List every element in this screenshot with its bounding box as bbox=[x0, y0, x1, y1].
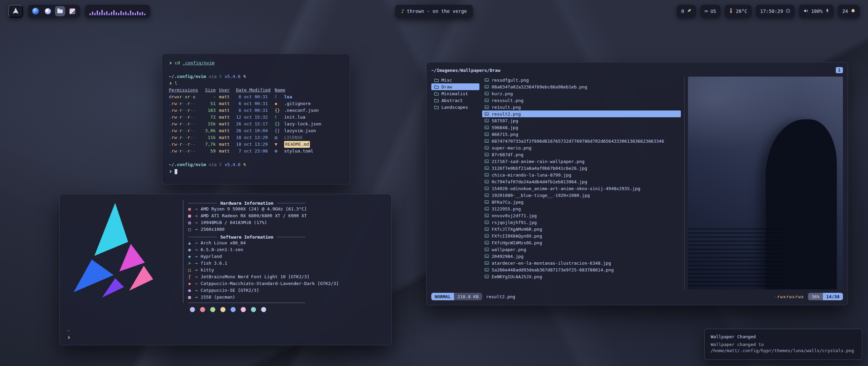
ls-column-header: User bbox=[219, 87, 233, 94]
fetch-info: Hardware Information ▣→AMD Ryzen 9 5900X… bbox=[183, 200, 387, 312]
file-row[interactable]: 154928-odinokoe_anime-art-anime-okno-sin… bbox=[482, 185, 681, 192]
file-permissions: -rwxrwxrwx bbox=[774, 294, 804, 299]
volume-widget[interactable]: 100% bbox=[799, 5, 834, 18]
file-name: 596848.jpg bbox=[492, 125, 518, 130]
paint-icon[interactable] bbox=[67, 6, 77, 16]
notifications-widget[interactable]: 24 bbox=[838, 5, 860, 18]
file-row[interactable]: FXfcHgcWIAMzs0G.png bbox=[482, 239, 681, 246]
fetch-line: ≻→fish 3.6.1 bbox=[188, 261, 387, 267]
notification-popup[interactable]: Wallpaper Changed Wallpaper changed to /… bbox=[704, 329, 862, 360]
file-row[interactable]: 19201080-__blue-tinge__-1920×1080.jpg bbox=[482, 192, 681, 199]
fetch-value: Catppuccin-Macchiato-Standard-Lavender-D… bbox=[201, 281, 339, 286]
tab-badge[interactable]: 1 bbox=[836, 67, 843, 73]
fetch-terminal-window[interactable]: Hardware Information ▣→AMD Ryzen 9 5900X… bbox=[59, 194, 392, 345]
media-player-widget[interactable]: ♪ thrown - on the verge bbox=[395, 5, 473, 18]
file-name: result2.png bbox=[492, 111, 521, 117]
file-size-badge: 218.8 KB bbox=[454, 293, 482, 300]
file-size: 72 bbox=[202, 114, 216, 121]
file-row[interactable]: chica-mirando-la-luna-8799.jpg bbox=[482, 171, 681, 178]
sidebar-folder[interactable]: Minimalist bbox=[431, 90, 479, 97]
file-name: stylua.toml bbox=[284, 148, 313, 155]
folder-name: Landscapes bbox=[441, 105, 468, 110]
sidebar-folder[interactable]: Draw bbox=[431, 83, 479, 90]
file-row[interactable]: 87r687df.png bbox=[482, 151, 681, 158]
file-row[interactable]: 3126f7e9bbf21a8a4af0b67b041c6e26.jpg bbox=[482, 165, 681, 171]
file-row[interactable]: 0c794faf07de24a4db4d4fb1eb813964.jpg bbox=[482, 178, 681, 185]
file-row[interactable]: nnvuv0xj2df71.jpg bbox=[482, 212, 681, 219]
command-line: l bbox=[169, 80, 343, 87]
file-row[interactable]: kurz.png bbox=[482, 90, 681, 97]
file-row[interactable]: EeNKYgIUcAAJ5JX.png bbox=[482, 273, 681, 280]
permissions: .rw-r--r-- bbox=[169, 141, 199, 148]
launcher-button[interactable] bbox=[8, 5, 23, 18]
file-name: 866715.png bbox=[492, 132, 518, 137]
file-list-pane: ressdfgult.png08a634fa02a32364f69ebc86a9… bbox=[482, 77, 681, 289]
image-file-icon bbox=[485, 274, 489, 279]
shell-icon: ≻ bbox=[188, 261, 195, 266]
terminal-window[interactable]: cd .config/nvim ~/.config/nvim via ☾ v5.… bbox=[162, 54, 350, 184]
file-owner: matt bbox=[219, 94, 233, 100]
statusbar-left bbox=[8, 5, 150, 18]
date-modified: 26 oct 15:17 bbox=[236, 121, 271, 127]
moon-icon: ☾ bbox=[219, 162, 222, 167]
font-icon: ƒ bbox=[188, 274, 195, 279]
bell-icon bbox=[851, 8, 855, 14]
gpu-icon: ▦ bbox=[188, 213, 195, 218]
file-row[interactable]: super-mario.png bbox=[482, 144, 681, 151]
color-palette bbox=[190, 307, 387, 312]
wm-icon: ◈ bbox=[188, 254, 195, 259]
browser-icon[interactable] bbox=[31, 6, 41, 16]
file-row[interactable]: 217167-sad-anime-rain-wallpaper.png bbox=[482, 158, 681, 165]
permissions: drwxr-xr-x bbox=[169, 94, 199, 100]
visualizer-bar bbox=[144, 14, 145, 15]
keyboard-layout-widget[interactable]: ⌨ US bbox=[700, 5, 721, 18]
folder-icon bbox=[434, 85, 439, 89]
file-row[interactable]: rsjqojlmjhf91.jpg bbox=[482, 219, 681, 226]
folder-icon bbox=[434, 105, 439, 109]
file-row[interactable]: 5a266e448add93deab367d87173e9f25-6837886… bbox=[482, 266, 681, 273]
workspace-dock bbox=[28, 5, 80, 18]
file-row[interactable]: 20492984.jpg bbox=[482, 253, 681, 260]
file-row[interactable]: 08a634fa02a32364f69ebc86a98eb1eb.png bbox=[482, 83, 681, 90]
file-row[interactable]: 587597.jpg bbox=[482, 117, 681, 124]
fetch-line: ▥→10948MiB / 64183MiB (17%) bbox=[188, 220, 387, 227]
file-row[interactable]: ressdfgult.png bbox=[482, 77, 681, 83]
updates-widget[interactable]: 0 bbox=[677, 5, 696, 18]
file-manager-header: ~/Imagenes/Wallpapers/Draw 1 bbox=[431, 66, 843, 74]
file-row[interactable]: FXfcII0X0AQyn9X.png bbox=[482, 232, 681, 239]
file-row[interactable]: 68747470733a2f2f696d616765732d7769786d70… bbox=[482, 138, 681, 144]
file-row[interactable]: FXfcJlTXgAMvH6R.png bbox=[482, 226, 681, 232]
file-name: atardecer-en-la-montanas-ilustracion-634… bbox=[492, 261, 611, 266]
fetch-line: ƒ→JetBrainsMono Nerd Font Light 10 [GTK2… bbox=[188, 274, 387, 281]
temperature-widget[interactable]: 26°C bbox=[725, 5, 752, 18]
file-row[interactable]: result2.png bbox=[482, 110, 681, 117]
sidebar-folder[interactable]: Landscapes bbox=[431, 104, 479, 110]
preview-pane bbox=[684, 77, 843, 289]
file-row[interactable]: re1sult.png bbox=[482, 104, 681, 110]
fetch-value: Catppuccin-SE [GTK2/3] bbox=[201, 288, 259, 293]
file-row[interactable]: atardecer-en-la-montanas-ilustracion-634… bbox=[482, 260, 681, 266]
prompt-input-line[interactable] bbox=[169, 168, 343, 175]
visualizer-bar bbox=[94, 13, 96, 15]
file-row[interactable]: 866715.png bbox=[482, 131, 681, 138]
microphone-icon bbox=[825, 8, 829, 14]
sidebar-folder[interactable]: Abstract bbox=[431, 97, 479, 104]
files-icon[interactable] bbox=[55, 6, 65, 16]
file-row[interactable]: 8FKa7Cu.jpeg bbox=[482, 199, 681, 205]
visualizer-bar bbox=[116, 12, 117, 15]
file-row[interactable]: 596848.jpg bbox=[482, 124, 681, 131]
file-name: kurz.png bbox=[492, 91, 513, 96]
palette-dot bbox=[261, 307, 266, 312]
clock-widget[interactable]: 17:50:29 bbox=[756, 5, 795, 18]
chat-icon[interactable] bbox=[43, 6, 53, 16]
hardware-info-list: ▣→AMD Ryzen 9 5900X (24) @ 4.9GHz [61.3°… bbox=[188, 206, 387, 233]
fetch-line: ▣→AMD Ryzen 9 5900X (24) @ 4.9GHz [61.3°… bbox=[188, 206, 387, 213]
file-name: 154928-odinokoe_anime-art-anime-okno-sin… bbox=[492, 186, 640, 191]
sidebar-folder[interactable]: Misc bbox=[431, 77, 479, 83]
file-row[interactable]: wallpaper.png bbox=[482, 246, 681, 253]
file-row[interactable]: 3122955.png bbox=[482, 205, 681, 212]
file-manager-window[interactable]: ~/Imagenes/Wallpapers/Draw 1 MiscDrawMin… bbox=[426, 62, 848, 305]
visualizer-bar bbox=[135, 13, 136, 15]
prompt-input-line[interactable] bbox=[67, 334, 73, 341]
file-row[interactable]: resssult.png bbox=[482, 97, 681, 104]
